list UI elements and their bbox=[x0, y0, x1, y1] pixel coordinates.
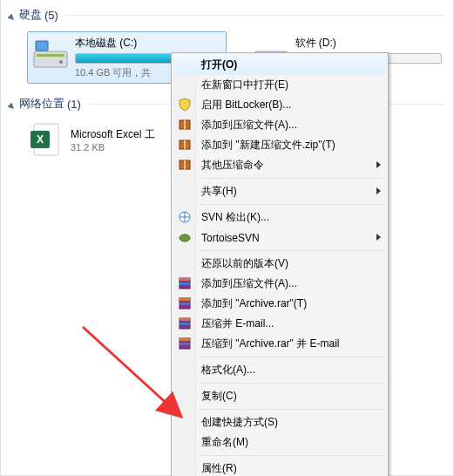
menu-separator bbox=[200, 357, 384, 357]
archive-icon bbox=[178, 118, 192, 132]
menu-add-archive[interactable]: 添加到压缩文件(A)... bbox=[173, 115, 386, 135]
svg-rect-23 bbox=[180, 303, 190, 305]
menu-separator bbox=[200, 204, 384, 205]
rar-icon bbox=[178, 316, 192, 330]
menu-separator bbox=[200, 178, 384, 179]
svg-rect-20 bbox=[180, 282, 190, 285]
archive-icon bbox=[178, 158, 192, 172]
menu-separator bbox=[200, 383, 384, 384]
menu-other-zip[interactable]: 其他压缩命令 bbox=[173, 155, 386, 175]
menu-create-shortcut[interactable]: 创建快捷方式(S) bbox=[173, 412, 386, 432]
svg-rect-13 bbox=[184, 140, 186, 149]
menu-separator bbox=[200, 250, 384, 251]
submenu-arrow-icon bbox=[376, 161, 381, 168]
drive-name: 软件 (D:) bbox=[295, 36, 443, 51]
category-title: 硬盘 bbox=[19, 7, 42, 23]
svg-rect-25 bbox=[180, 318, 190, 321]
file-name: Microsoft Excel 工 bbox=[71, 127, 155, 142]
submenu-arrow-icon bbox=[376, 234, 381, 241]
menu-add-to-zip[interactable]: 添加到 "新建压缩文件.zip"(T) bbox=[173, 135, 386, 155]
menu-add-to-rar[interactable]: 添加到 "Archive.rar"(T) bbox=[173, 294, 386, 314]
excel-icon: X bbox=[27, 120, 65, 159]
file-size: 31.2 KB bbox=[71, 142, 155, 153]
category-count: (1) bbox=[67, 98, 81, 111]
svn-icon bbox=[178, 210, 192, 224]
archive-icon bbox=[178, 138, 192, 152]
shield-icon bbox=[178, 98, 192, 112]
svg-rect-28 bbox=[180, 338, 190, 341]
drive-name: 本地磁盘 (C:) bbox=[75, 36, 222, 51]
divider bbox=[65, 15, 444, 16]
svg-rect-11 bbox=[184, 120, 186, 129]
svg-rect-0 bbox=[34, 51, 67, 67]
tortoise-icon bbox=[178, 230, 192, 244]
svg-rect-19 bbox=[180, 278, 190, 281]
menu-add-archive-2[interactable]: 添加到压缩文件(A)... bbox=[173, 274, 386, 294]
svg-rect-15 bbox=[184, 160, 186, 169]
menu-rename[interactable]: 重命名(M) bbox=[173, 432, 386, 452]
svg-rect-22 bbox=[180, 298, 190, 301]
category-drives[interactable]: 硬盘 (5) bbox=[6, 3, 446, 26]
menu-restore-prev[interactable]: 还原以前的版本(V) bbox=[173, 254, 386, 274]
rar-icon bbox=[178, 296, 192, 310]
menu-copy[interactable]: 复制(C) bbox=[173, 386, 386, 406]
category-title: 网络位置 bbox=[19, 96, 64, 112]
menu-separator bbox=[200, 409, 384, 410]
collapse-icon[interactable] bbox=[8, 11, 16, 19]
submenu-arrow-icon bbox=[376, 187, 381, 194]
context-menu: 打开(O) 在新窗口中打开(E) 启用 BitLocker(B)... 添加到压… bbox=[171, 52, 389, 476]
svg-rect-3 bbox=[36, 41, 48, 51]
menu-bitlocker[interactable]: 启用 BitLocker(B)... bbox=[173, 95, 386, 115]
menu-tortoisesvn[interactable]: TortoiseSVN bbox=[173, 228, 386, 248]
collapse-icon[interactable] bbox=[8, 100, 16, 108]
rar-icon bbox=[178, 276, 192, 290]
menu-separator bbox=[200, 455, 384, 456]
menu-open[interactable]: 打开(O) bbox=[173, 55, 386, 75]
svg-rect-29 bbox=[180, 343, 190, 345]
svg-text:X: X bbox=[37, 133, 44, 146]
svg-point-2 bbox=[59, 60, 63, 64]
menu-share[interactable]: 共享(H) bbox=[173, 181, 386, 201]
category-count: (5) bbox=[44, 9, 58, 22]
svg-rect-1 bbox=[37, 54, 64, 57]
rar-icon bbox=[178, 337, 192, 350]
svg-rect-26 bbox=[180, 323, 190, 325]
menu-format[interactable]: 格式化(A)... bbox=[173, 360, 386, 380]
menu-zip-rar-email[interactable]: 压缩到 "Archive.rar" 并 E-mail bbox=[173, 334, 386, 354]
menu-properties[interactable]: 属性(R) bbox=[173, 459, 386, 476]
menu-open-new-window[interactable]: 在新窗口中打开(E) bbox=[173, 75, 386, 95]
menu-svn-checkout[interactable]: SVN 检出(K)... bbox=[173, 207, 386, 228]
menu-zip-email[interactable]: 压缩并 E-mail... bbox=[173, 314, 386, 334]
drive-icon bbox=[31, 36, 70, 74]
svg-point-17 bbox=[180, 235, 190, 241]
